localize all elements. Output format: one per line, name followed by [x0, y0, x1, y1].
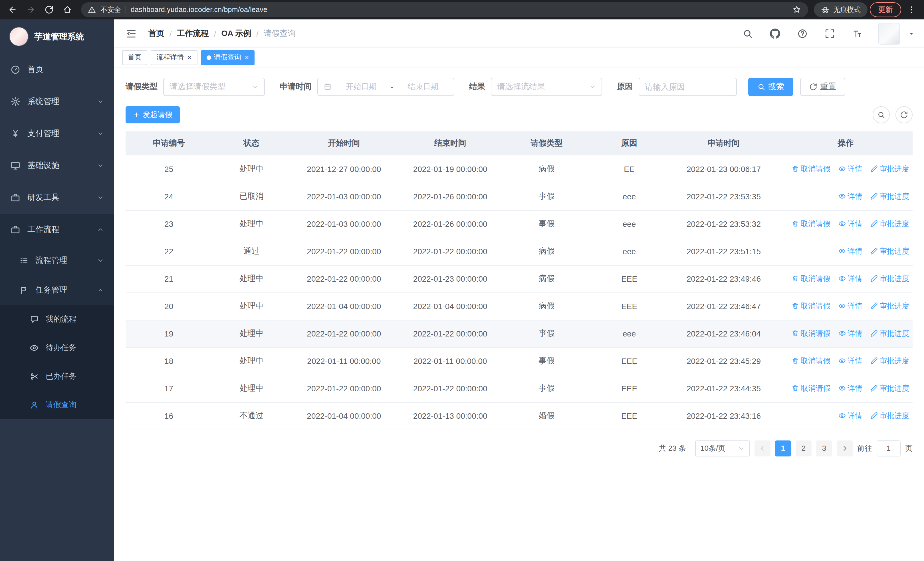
- column-header-start-time: 开始时间: [291, 131, 397, 155]
- table-toolbar: 发起请假: [126, 106, 913, 123]
- sidebar-item-my-process[interactable]: 我的流程: [0, 305, 114, 334]
- approval-progress-link[interactable]: 审批进度: [870, 219, 909, 229]
- cancel-leave-link[interactable]: 取消请假: [792, 274, 830, 284]
- header-search-button[interactable]: [741, 27, 754, 40]
- detail-link[interactable]: 详情: [838, 164, 862, 174]
- column-header-end-time: 结束时间: [397, 131, 503, 155]
- end-time-cell: 2022-01-22 00:00:00: [397, 238, 503, 265]
- app-logo[interactable]: 芋道管理系统: [0, 20, 114, 54]
- prev-page-button[interactable]: [754, 440, 771, 456]
- sidebar-item-leave-query[interactable]: 请假查询: [0, 391, 114, 419]
- page-button-3[interactable]: 3: [816, 440, 832, 456]
- approval-progress-link[interactable]: 审批进度: [870, 246, 909, 257]
- breadcrumb-oa-example[interactable]: OA 示例: [222, 28, 251, 39]
- detail-link[interactable]: 详情: [838, 274, 862, 284]
- reason-cell: EEE: [590, 265, 669, 292]
- tab-process-detail[interactable]: 流程详情 ×: [151, 50, 197, 65]
- approval-progress-link[interactable]: 审批进度: [870, 164, 909, 174]
- goto-page-input[interactable]: [877, 440, 901, 456]
- browser-forward-button[interactable]: [23, 2, 39, 18]
- eye-icon: [838, 165, 846, 173]
- detail-link[interactable]: 详情: [838, 191, 862, 202]
- refresh-table-button[interactable]: [896, 106, 913, 123]
- sidebar-item-todo-tasks[interactable]: 待办任务: [0, 334, 114, 362]
- browser-refresh-button[interactable]: [41, 2, 57, 18]
- detail-link[interactable]: 详情: [838, 301, 862, 311]
- search-toggle-button[interactable]: [873, 106, 890, 123]
- avatar-caret-icon[interactable]: [908, 30, 915, 37]
- result-select[interactable]: 请选择流结果: [491, 78, 602, 96]
- approval-progress-link[interactable]: 审批进度: [870, 301, 909, 311]
- approval-progress-link[interactable]: 审批进度: [870, 356, 909, 366]
- apply-id-cell: 19: [126, 320, 212, 347]
- sidebar-item-done-tasks[interactable]: 已办任务: [0, 362, 114, 391]
- apply-time-range-picker[interactable]: 开始日期 - 结束日期: [317, 78, 454, 96]
- browser-back-button[interactable]: [4, 2, 21, 18]
- detail-link[interactable]: 详情: [838, 328, 862, 339]
- trash-icon: [792, 165, 799, 173]
- font-size-button[interactable]: [851, 27, 864, 40]
- apply-time-cell: 2022-01-23 00:06:17: [669, 155, 779, 183]
- cancel-leave-link[interactable]: 取消请假: [792, 219, 830, 229]
- page-size-select[interactable]: 10条/页: [695, 440, 750, 456]
- create-leave-button[interactable]: 发起请假: [126, 106, 180, 123]
- sidebar-item-home[interactable]: 首页: [0, 54, 114, 86]
- apply-id-cell: 16: [126, 402, 212, 430]
- reason-input[interactable]: [639, 78, 737, 96]
- sidebar-item-task-mgmt[interactable]: 任务管理: [0, 275, 114, 305]
- help-button[interactable]: [796, 27, 809, 40]
- detail-link[interactable]: 详情: [838, 384, 862, 394]
- page-button-2[interactable]: 2: [796, 440, 812, 456]
- leave-type-cell: 事假: [503, 347, 590, 375]
- sidebar-collapse-button[interactable]: [123, 26, 139, 41]
- column-header-actions: 操作: [779, 131, 913, 155]
- sidebar-item-system[interactable]: 系统管理: [0, 86, 114, 118]
- browser-menu-button[interactable]: [903, 2, 920, 18]
- breadcrumb-workflow[interactable]: 工作流程: [177, 28, 209, 39]
- cancel-leave-link[interactable]: 取消请假: [792, 356, 830, 366]
- leave-table: 申请编号 状态 开始时间 结束时间 请假类型 原因 申请时间 操作 25处理中2…: [126, 131, 913, 430]
- sidebar-item-infra[interactable]: 基础设施: [0, 150, 114, 182]
- tab-home[interactable]: 首页: [122, 50, 147, 65]
- approval-progress-link[interactable]: 审批进度: [870, 328, 909, 339]
- browser-home-button[interactable]: [59, 2, 75, 18]
- detail-link[interactable]: 详情: [838, 356, 862, 366]
- github-button[interactable]: [769, 27, 782, 40]
- address-bar[interactable]: 不安全 dashboard.yudao.iocoder.cn/bpm/oa/le…: [81, 2, 808, 17]
- goto-label: 前往: [857, 443, 872, 453]
- cancel-leave-link[interactable]: 取消请假: [792, 328, 830, 339]
- fullscreen-button[interactable]: [824, 27, 836, 40]
- cancel-leave-link[interactable]: 取消请假: [792, 384, 830, 394]
- cancel-leave-link[interactable]: 取消请假: [792, 164, 830, 174]
- search-button[interactable]: 搜索: [748, 78, 793, 96]
- apply-id-cell: 18: [126, 347, 212, 375]
- leave-type-select[interactable]: 请选择请假类型: [163, 78, 265, 96]
- bookmark-star-icon[interactable]: [792, 5, 801, 14]
- tab-close-icon[interactable]: ×: [244, 54, 249, 61]
- approval-progress-link[interactable]: 审批进度: [870, 191, 909, 202]
- approval-progress-link[interactable]: 审批进度: [870, 274, 909, 284]
- detail-link[interactable]: 详情: [838, 246, 862, 257]
- apply-id-cell: 22: [126, 238, 212, 265]
- approval-progress-link[interactable]: 审批进度: [870, 411, 909, 421]
- tab-bar: 首页 流程详情 × 请假查询 ×: [114, 48, 924, 68]
- update-button[interactable]: 更新: [870, 2, 901, 17]
- breadcrumb-home[interactable]: 首页: [148, 28, 164, 39]
- tab-leave-query[interactable]: 请假查询 ×: [201, 50, 255, 65]
- detail-link[interactable]: 详情: [838, 219, 862, 229]
- approval-progress-link[interactable]: 审批进度: [870, 384, 909, 394]
- reset-button[interactable]: 重置: [800, 78, 845, 96]
- user-avatar[interactable]: [878, 23, 900, 44]
- sidebar-item-payment[interactable]: 支付管理: [0, 118, 114, 150]
- next-page-button[interactable]: [837, 440, 853, 456]
- sidebar-item-devtools[interactable]: 研发工具: [0, 182, 114, 214]
- start-time-cell: 2022-01-22 00:00:00: [291, 375, 397, 402]
- page-button-1[interactable]: 1: [775, 440, 791, 456]
- trash-icon: [792, 302, 799, 310]
- sidebar-item-process-mgmt[interactable]: 流程管理: [0, 246, 114, 275]
- workflow-submenu: 流程管理 任务管理 我的流程: [0, 246, 114, 419]
- tab-close-icon[interactable]: ×: [187, 54, 192, 61]
- detail-link[interactable]: 详情: [838, 411, 862, 421]
- cancel-leave-link[interactable]: 取消请假: [792, 301, 830, 311]
- sidebar-item-workflow[interactable]: 工作流程: [0, 214, 114, 246]
